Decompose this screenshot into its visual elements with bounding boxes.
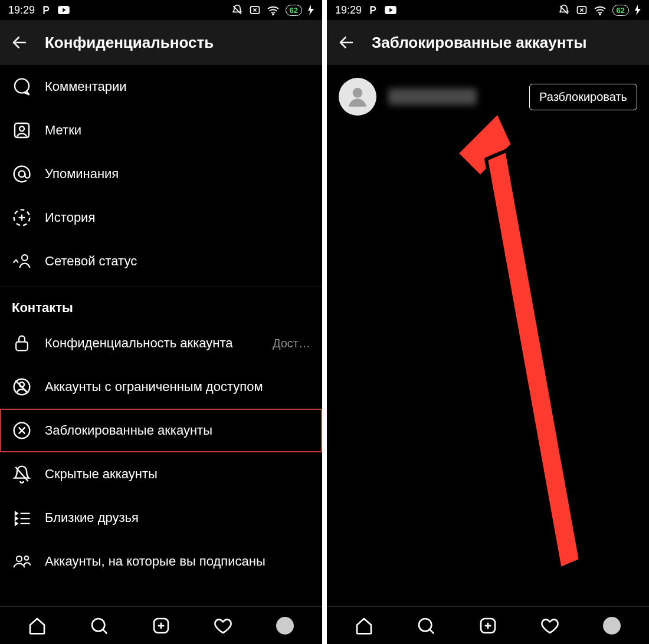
row-story[interactable]: История	[0, 196, 322, 239]
content-area: Разблокировать	[327, 65, 649, 606]
row-restricted-accounts[interactable]: Аккаунты с ограниченным доступом	[0, 365, 322, 409]
blocked-icon	[12, 420, 32, 441]
row-label: Скрытые аккаунты	[45, 466, 310, 482]
row-label: Метки	[45, 123, 310, 138]
svg-point-26	[17, 556, 22, 561]
section-title-contacts: Контакты	[0, 287, 322, 321]
nav-activity[interactable]	[539, 615, 560, 636]
close-friends-icon	[12, 508, 32, 528]
row-trail: Дост…	[273, 337, 310, 350]
charging-icon	[308, 5, 314, 15]
app-header: Конфиденциальность	[0, 20, 322, 65]
blocked-user-row[interactable]: Разблокировать	[327, 65, 649, 129]
phone-left: 19:29 62 Конфиденциальность Комментарии	[0, 0, 322, 644]
row-comments[interactable]: Комментарии	[0, 65, 322, 109]
row-label: Сетевой статус	[45, 254, 310, 269]
p-icon	[41, 5, 51, 15]
mention-icon	[12, 164, 32, 184]
close-box-icon	[249, 4, 261, 16]
bottom-nav	[0, 606, 322, 644]
nav-search[interactable]	[415, 615, 437, 636]
row-close-friends[interactable]: Близкие друзья	[0, 496, 322, 540]
row-label: Упоминания	[45, 166, 310, 182]
svg-point-40	[419, 619, 431, 631]
unblock-button[interactable]: Разблокировать	[529, 84, 637, 110]
row-label: Заблокированные аккаунты	[45, 423, 310, 438]
story-icon	[12, 208, 32, 228]
svg-point-2	[272, 14, 273, 15]
row-following-accounts[interactable]: Аккаунты, на которые вы подписаны	[0, 540, 322, 583]
comment-icon	[12, 77, 32, 97]
content-area: Комментарии Метки Упоминания История Сет	[0, 65, 322, 606]
row-mentions[interactable]: Упоминания	[0, 152, 322, 196]
page-title: Конфиденциальность	[45, 34, 214, 52]
back-icon[interactable]	[11, 34, 28, 51]
svg-point-11	[22, 255, 28, 261]
status-bar: 19:29 62	[0, 0, 322, 20]
svg-point-4	[15, 79, 29, 93]
close-box-icon	[576, 4, 588, 16]
row-label: Аккаунты с ограниченным доступом	[45, 379, 310, 395]
status-bar: 19:29 62	[327, 0, 649, 20]
battery-indicator: 62	[286, 5, 302, 16]
wifi-icon	[594, 5, 607, 15]
svg-line-29	[103, 629, 107, 633]
muted-icon	[12, 464, 32, 484]
row-label: Комментарии	[45, 79, 310, 94]
svg-point-7	[19, 171, 25, 178]
status-time: 19:29	[8, 4, 35, 17]
nav-profile[interactable]	[274, 615, 296, 636]
svg-rect-5	[15, 123, 29, 137]
nav-new-post[interactable]	[477, 615, 499, 636]
svg-marker-22	[15, 522, 18, 525]
youtube-icon	[57, 5, 70, 15]
back-icon[interactable]	[337, 34, 355, 51]
svg-point-27	[25, 556, 29, 560]
svg-marker-21	[15, 517, 18, 520]
app-header: Заблокированные аккаунты	[327, 20, 649, 65]
svg-point-37	[353, 88, 363, 98]
avatar	[339, 78, 376, 116]
svg-point-35	[599, 14, 600, 15]
row-label: Близкие друзья	[45, 510, 310, 525]
row-label: Конфиденциальность аккаунта	[45, 336, 260, 351]
battery-indicator: 62	[612, 5, 629, 16]
row-tags[interactable]: Метки	[0, 109, 322, 152]
row-activity-status[interactable]: Сетевой статус	[0, 239, 322, 283]
battery-percent: 62	[290, 6, 298, 15]
blocked-username-blurred	[388, 88, 477, 105]
row-label: Аккаунты, на которые вы подписаны	[45, 554, 310, 569]
charging-icon	[635, 5, 641, 15]
profile-avatar-icon	[603, 617, 621, 635]
row-muted-accounts[interactable]: Скрытые аккаунты	[0, 452, 322, 496]
svg-point-28	[92, 619, 104, 631]
mute-icon	[558, 4, 570, 16]
status-time: 19:29	[335, 4, 362, 17]
phone-right: 19:29 62 Заблокированные аккаунты Разбло…	[327, 0, 649, 644]
lock-icon	[12, 333, 32, 353]
profile-avatar-icon	[276, 617, 294, 635]
mute-icon	[231, 4, 243, 16]
svg-point-6	[19, 126, 24, 131]
nav-profile[interactable]	[601, 615, 622, 636]
activity-status-icon	[12, 251, 32, 271]
svg-marker-20	[15, 512, 18, 515]
following-icon	[12, 551, 32, 571]
nav-search[interactable]	[88, 615, 110, 636]
youtube-icon	[384, 5, 397, 15]
wifi-icon	[267, 5, 280, 15]
battery-percent: 62	[617, 6, 625, 15]
nav-home[interactable]	[353, 615, 375, 636]
tag-icon	[12, 120, 32, 140]
svg-line-41	[430, 629, 434, 633]
row-blocked-accounts[interactable]: Заблокированные аккаунты	[0, 409, 322, 452]
row-label: История	[45, 210, 310, 225]
svg-rect-12	[16, 342, 28, 351]
nav-activity[interactable]	[212, 615, 234, 636]
p-icon	[368, 5, 378, 15]
nav-home[interactable]	[27, 615, 48, 636]
nav-new-post[interactable]	[150, 615, 172, 636]
bottom-nav	[327, 606, 649, 644]
restricted-icon	[12, 377, 32, 397]
row-account-privacy[interactable]: Конфиденциальность аккаунта Дост…	[0, 321, 322, 365]
